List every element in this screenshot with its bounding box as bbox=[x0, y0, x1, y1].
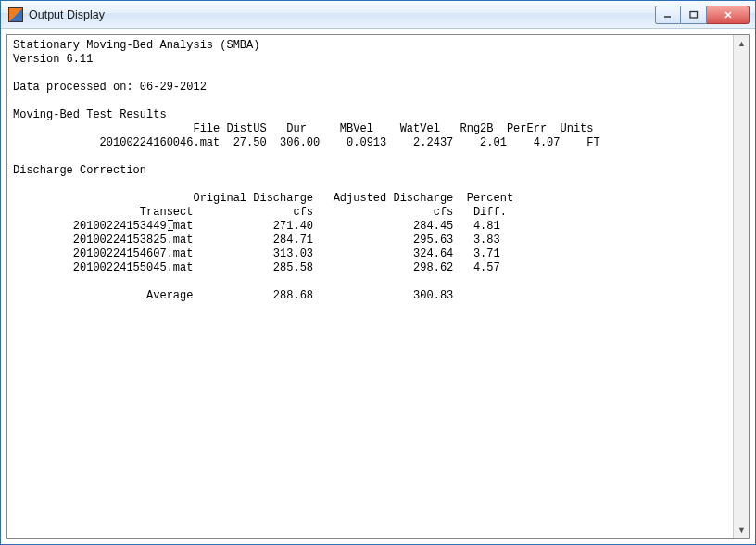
close-button[interactable] bbox=[707, 6, 750, 24]
window-title: Output Display bbox=[29, 8, 105, 21]
output-text[interactable]: Stationary Moving-Bed Analysis (SMBA) Ve… bbox=[7, 35, 733, 538]
client-area: Stationary Moving-Bed Analysis (SMBA) Ve… bbox=[1, 29, 755, 544]
title-bar[interactable]: Output Display bbox=[1, 1, 755, 29]
maximize-button[interactable] bbox=[681, 6, 707, 24]
matlab-icon bbox=[8, 7, 23, 22]
app-window: Output Display Stationary Moving-Bed Ana… bbox=[0, 0, 756, 545]
minimize-button[interactable] bbox=[655, 6, 681, 24]
window-buttons bbox=[655, 6, 750, 24]
scroll-down-icon[interactable]: ▼ bbox=[734, 522, 750, 538]
vertical-scrollbar[interactable]: ▲ ▼ bbox=[733, 35, 749, 538]
svg-rect-1 bbox=[690, 11, 698, 18]
text-caret bbox=[168, 220, 173, 231]
output-text-pane[interactable]: Stationary Moving-Bed Analysis (SMBA) Ve… bbox=[6, 34, 750, 539]
scroll-up-icon[interactable]: ▲ bbox=[734, 35, 750, 51]
